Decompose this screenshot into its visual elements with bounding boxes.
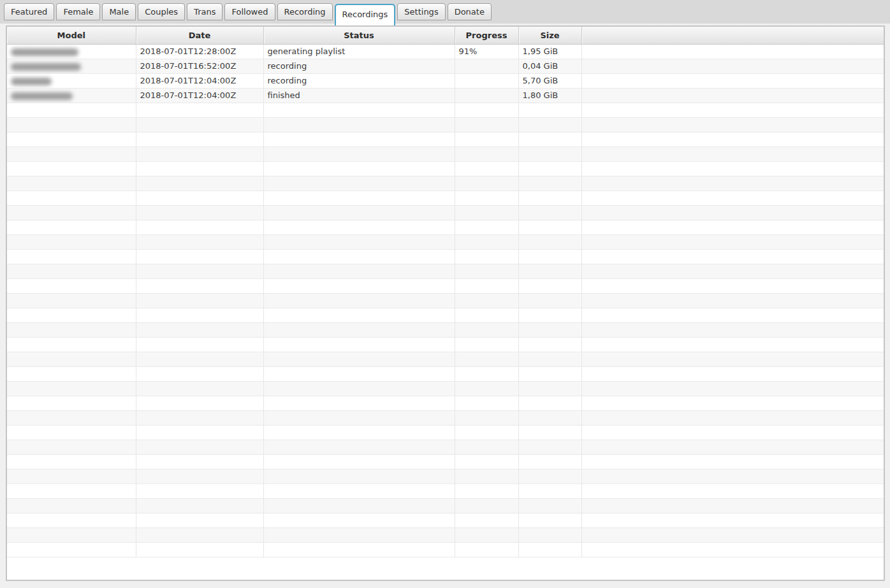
- cell-size: [518, 205, 581, 220]
- cell-filler: [581, 337, 884, 352]
- tab-followed[interactable]: Followed: [224, 3, 275, 20]
- cell-filler: [581, 161, 884, 176]
- cell-progress: [455, 469, 518, 484]
- cell-size: 0,04 GiB: [518, 59, 581, 73]
- cell-model: [7, 484, 136, 498]
- cell-size: [518, 132, 581, 147]
- cell-progress: [455, 381, 518, 396]
- cell-date: [136, 425, 263, 440]
- cell-date: [136, 542, 263, 557]
- cell-progress: [455, 396, 518, 410]
- cell-status: generating playlist: [263, 44, 455, 59]
- cell-date: [136, 249, 263, 264]
- cell-size: [518, 176, 581, 190]
- cell-model: [7, 513, 136, 527]
- cell-date: [136, 132, 263, 147]
- cell-date: 2018-07-01T12:04:00Z: [136, 88, 263, 103]
- cell-filler: [581, 176, 884, 190]
- cell-status: [263, 308, 455, 322]
- cell-filler: [581, 103, 884, 117]
- cell-filler: [581, 425, 884, 440]
- cell-date: [136, 381, 263, 396]
- cell-status: [263, 469, 455, 484]
- table-row-empty: [7, 454, 884, 469]
- table-row-empty: [7, 513, 884, 527]
- column-header-model[interactable]: Model: [7, 27, 136, 44]
- tab-couples[interactable]: Couples: [138, 3, 185, 20]
- cell-filler: [581, 249, 884, 264]
- tab-settings[interactable]: Settings: [397, 3, 445, 20]
- tab-trans[interactable]: Trans: [187, 3, 222, 20]
- table-row-empty: [7, 293, 884, 308]
- table-row-empty: [7, 190, 884, 205]
- cell-date: [136, 484, 263, 498]
- table-row[interactable]: 2018-07-01T12:04:00Zrecording5,70 GiB: [7, 73, 884, 88]
- cell-date: [136, 366, 263, 381]
- cell-size: [518, 161, 581, 176]
- cell-status: [263, 293, 455, 308]
- redacted-model-name: [11, 63, 81, 71]
- column-header-date[interactable]: Date: [136, 27, 263, 44]
- tab-female[interactable]: Female: [56, 3, 100, 20]
- cell-status: [263, 498, 455, 513]
- cell-model: [7, 410, 136, 425]
- cell-status: finished: [263, 88, 455, 103]
- cell-model: [7, 469, 136, 484]
- table-row[interactable]: 2018-07-01T16:52:00Zrecording0,04 GiB: [7, 59, 884, 73]
- cell-model: [7, 103, 136, 117]
- cell-size: [518, 293, 581, 308]
- cell-date: [136, 527, 263, 542]
- cell-date: [136, 337, 263, 352]
- cell-filler: [581, 513, 884, 527]
- cell-progress: [455, 132, 518, 147]
- cell-model: [7, 88, 136, 103]
- cell-progress: [455, 190, 518, 205]
- cell-date: [136, 278, 263, 293]
- cell-size: [518, 308, 581, 322]
- cell-model: [7, 249, 136, 264]
- cell-filler: [581, 117, 884, 132]
- table-row[interactable]: 2018-07-01T12:04:00Zfinished1,80 GiB: [7, 88, 884, 103]
- cell-model: [7, 161, 136, 176]
- cell-status: [263, 147, 455, 161]
- table-row-empty: [7, 220, 884, 234]
- table-row-empty: [7, 352, 884, 366]
- cell-progress: [455, 337, 518, 352]
- cell-progress: [455, 88, 518, 103]
- table-row-empty: [7, 469, 884, 484]
- tab-donate[interactable]: Donate: [448, 3, 492, 20]
- cell-filler: [581, 308, 884, 322]
- recordings-table-frame: ModelDateStatusProgressSize 2018-07-01T1…: [6, 25, 885, 581]
- table-row-empty: [7, 498, 884, 513]
- cell-progress: [455, 249, 518, 264]
- tab-male[interactable]: Male: [102, 3, 136, 20]
- table-row-empty: [7, 147, 884, 161]
- cell-model: [7, 337, 136, 352]
- column-header-progress[interactable]: Progress: [455, 27, 518, 44]
- cell-size: [518, 513, 581, 527]
- cell-status: [263, 249, 455, 264]
- cell-size: [518, 278, 581, 293]
- tab-recordings[interactable]: Recordings: [335, 4, 396, 25]
- tab-featured[interactable]: Featured: [4, 3, 54, 20]
- table-row[interactable]: 2018-07-01T12:28:00Zgenerating playlist9…: [7, 44, 884, 59]
- cell-model: [7, 220, 136, 234]
- table-row-empty: [7, 205, 884, 220]
- column-header-size[interactable]: Size: [518, 27, 581, 44]
- cell-progress: [455, 498, 518, 513]
- cell-date: [136, 117, 263, 132]
- table-row-empty: [7, 542, 884, 557]
- cell-progress: [455, 322, 518, 337]
- cell-status: [263, 322, 455, 337]
- cell-status: [263, 425, 455, 440]
- tab-recording[interactable]: Recording: [277, 3, 333, 20]
- column-header-status[interactable]: Status: [263, 27, 455, 44]
- cell-filler: [581, 44, 884, 59]
- cell-model: [7, 176, 136, 190]
- table-row-empty: [7, 161, 884, 176]
- cell-status: [263, 381, 455, 396]
- cell-status: [263, 484, 455, 498]
- cell-date: [136, 293, 263, 308]
- cell-status: [263, 161, 455, 176]
- cell-progress: [455, 103, 518, 117]
